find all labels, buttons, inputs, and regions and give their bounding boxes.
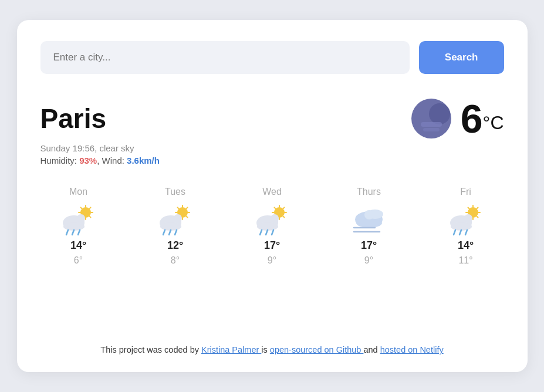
- forecast-day: Fri 14°11°: [434, 187, 498, 266]
- wind-value: 3.6km/h: [127, 156, 160, 165]
- footer-text-after: and: [363, 345, 380, 354]
- svg-line-20: [78, 230, 80, 235]
- temperature-unit: °C: [483, 112, 504, 133]
- footer-github-link[interactable]: open-sourced on Github: [270, 345, 364, 354]
- weather-icon: [410, 97, 452, 140]
- forecast-high-temp: 14°: [458, 239, 474, 252]
- forecast-weather-icon: [349, 203, 389, 236]
- svg-line-45: [283, 208, 284, 209]
- weather-subtitle: Sunday 19:56, clear sky: [40, 143, 504, 153]
- svg-point-51: [271, 214, 279, 222]
- forecast-weather-icon: [252, 203, 292, 236]
- weather-details: Humidity: 93%, Wind: 3.6km/h: [40, 156, 504, 165]
- search-row: Search: [40, 41, 504, 74]
- svg-point-76: [464, 214, 472, 222]
- footer-text-before: This project was coded by: [100, 345, 201, 354]
- city-weather-row: Paris 6°C: [40, 97, 504, 140]
- footer-author-link[interactable]: Kristina Palmer: [201, 345, 261, 354]
- forecast-high-temp: 17°: [361, 239, 377, 252]
- svg-line-44: [283, 216, 284, 217]
- forecast-low-temp: 8°: [171, 255, 180, 266]
- svg-line-77: [454, 230, 455, 235]
- forecast-day: Thurs 17°9°: [337, 187, 401, 266]
- forecast-day: Mon 14°6°: [46, 187, 111, 266]
- svg-line-78: [459, 230, 461, 235]
- city-search-input[interactable]: [40, 41, 410, 74]
- svg-line-68: [468, 208, 469, 209]
- forecast-high-temp: 14°: [70, 239, 86, 252]
- svg-line-10: [89, 216, 90, 217]
- svg-rect-2: [421, 122, 442, 127]
- forecast-low-temp: 9°: [364, 255, 373, 266]
- svg-point-17: [77, 214, 85, 222]
- footer-netlify-link[interactable]: hosted on Netlify: [380, 345, 444, 354]
- footer-text-middle: is: [261, 345, 270, 354]
- weather-icon-temp: 6°C: [410, 97, 504, 140]
- svg-line-52: [260, 230, 262, 235]
- svg-point-60: [364, 210, 374, 219]
- search-button[interactable]: Search: [419, 41, 504, 74]
- forecast-day-name: Wed: [262, 187, 282, 197]
- svg-point-1: [429, 103, 450, 124]
- forecast-row: Mon 14°6°Tues: [40, 187, 504, 266]
- forecast-high-temp: 17°: [264, 239, 280, 252]
- city-name: Paris: [40, 103, 107, 134]
- svg-line-36: [169, 230, 171, 235]
- humidity-label: Humidity:: [40, 156, 77, 165]
- svg-line-69: [477, 216, 478, 217]
- svg-line-35: [163, 230, 165, 235]
- temperature-display: 6°C: [461, 99, 504, 138]
- svg-line-79: [465, 230, 467, 235]
- forecast-high-temp: 12°: [167, 239, 183, 252]
- forecast-day-name: Thurs: [357, 187, 381, 197]
- svg-line-9: [80, 208, 82, 209]
- weather-card: Search Paris 6°C Sunday 19:56, clear sky…: [17, 20, 528, 372]
- svg-line-53: [266, 230, 268, 235]
- forecast-low-temp: 11°: [458, 255, 472, 266]
- wind-label: Wind:: [102, 156, 124, 165]
- svg-line-54: [272, 230, 273, 235]
- svg-line-26: [177, 208, 178, 209]
- svg-line-28: [186, 208, 187, 209]
- forecast-low-temp: 9°: [268, 255, 276, 266]
- forecast-day-name: Mon: [69, 187, 87, 197]
- forecast-day: Wed 17°9°: [240, 187, 305, 266]
- forecast-day: Tues 12°8°: [143, 187, 208, 266]
- svg-rect-3: [423, 128, 440, 131]
- forecast-day-name: Fri: [460, 187, 471, 197]
- svg-line-37: [175, 230, 177, 235]
- svg-line-70: [477, 208, 478, 209]
- svg-line-11: [89, 208, 90, 209]
- forecast-low-temp: 6°: [74, 255, 83, 266]
- temperature-value: 6: [461, 96, 483, 141]
- forecast-weather-icon: [59, 203, 99, 236]
- forecast-weather-icon: [446, 203, 486, 236]
- forecast-weather-icon: [156, 203, 195, 236]
- svg-line-18: [66, 230, 68, 235]
- svg-point-58: [356, 218, 382, 228]
- humidity-value: 93%: [79, 156, 97, 165]
- svg-point-34: [174, 214, 182, 222]
- footer: This project was coded by Kristina Palme…: [40, 340, 504, 354]
- forecast-day-name: Tues: [165, 187, 185, 197]
- svg-line-27: [186, 216, 187, 217]
- svg-line-43: [274, 208, 275, 209]
- svg-line-19: [72, 230, 74, 235]
